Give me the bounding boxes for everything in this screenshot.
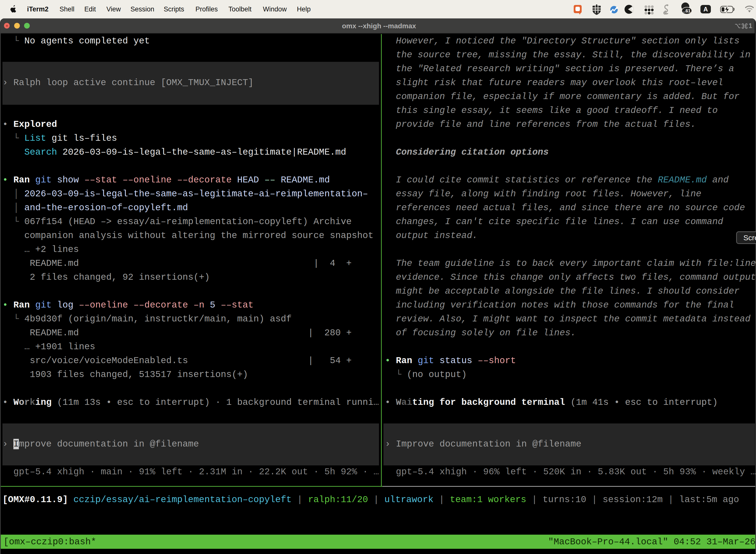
svg-text:..61: ..61 (683, 8, 691, 13)
